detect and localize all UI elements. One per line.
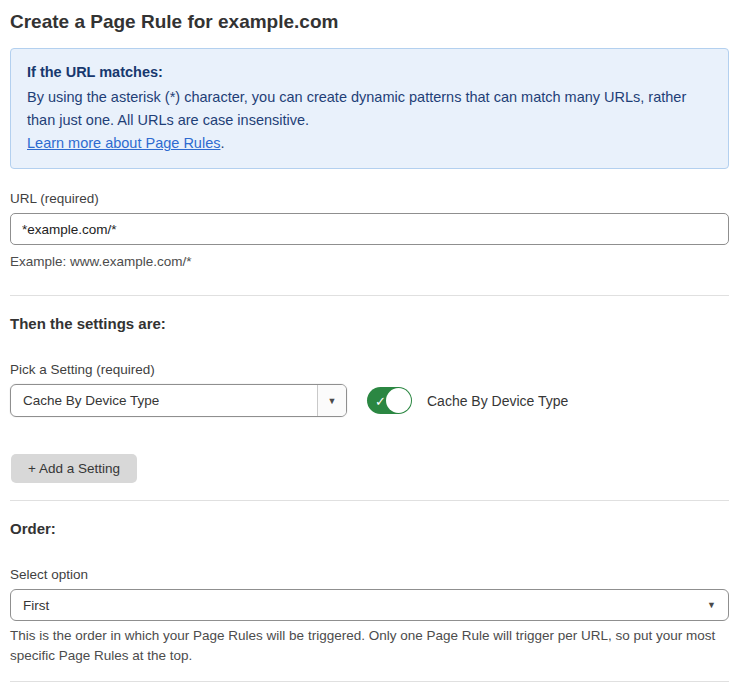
learn-more-link[interactable]: Learn more about Page Rules (27, 135, 220, 151)
setting-toggle-label: Cache By Device Type (427, 393, 568, 409)
divider (10, 295, 729, 296)
link-period: . (220, 135, 224, 151)
add-setting-button[interactable]: + Add a Setting (11, 454, 137, 483)
settings-section-heading: Then the settings are: (10, 315, 729, 332)
page-rule-form: Create a Page Rule for example.com If th… (0, 0, 750, 688)
info-box-body: By using the asterisk (*) character, you… (27, 86, 712, 132)
check-icon: ✓ (375, 394, 386, 407)
info-box-link-line: Learn more about Page Rules. (27, 132, 712, 155)
setting-select-value: Cache By Device Type (11, 385, 317, 416)
setting-picker-label: Pick a Setting (required) (10, 362, 729, 377)
url-input[interactable] (10, 213, 729, 245)
setting-select[interactable]: Cache By Device Type ▼ (10, 384, 347, 417)
url-match-info-box: If the URL matches: By using the asteris… (10, 48, 729, 169)
divider (10, 681, 729, 682)
setting-row: Cache By Device Type ▼ ✓ Cache By Device… (10, 384, 729, 417)
info-box-heading: If the URL matches: (27, 61, 712, 84)
chevron-down-icon: ▼ (707, 600, 716, 610)
order-select[interactable]: First ▼ (10, 589, 729, 621)
toggle-knob (386, 388, 411, 413)
setting-select-arrow-button[interactable]: ▼ (317, 385, 346, 416)
page-title: Create a Page Rule for example.com (10, 9, 729, 35)
url-example-text: Example: www.example.com/* (10, 252, 729, 272)
order-section-heading: Order: (10, 520, 729, 537)
divider (10, 500, 729, 501)
url-field-label: URL (required) (10, 191, 729, 206)
order-select-label: Select option (10, 567, 729, 582)
order-help-text: This is the order in which your Page Rul… (10, 626, 729, 666)
setting-toggle[interactable]: ✓ (367, 387, 412, 414)
order-select-value: First (23, 598, 707, 613)
chevron-down-icon: ▼ (328, 396, 337, 406)
